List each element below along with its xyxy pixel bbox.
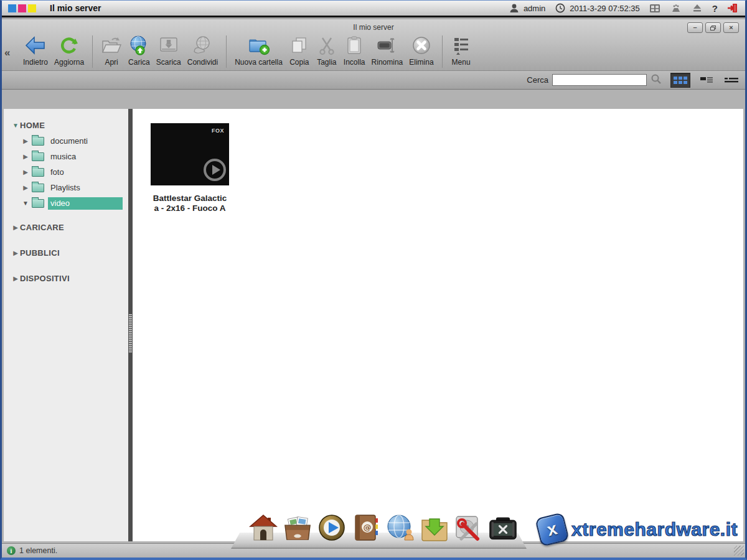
dock-home-icon[interactable] [248,511,278,541]
copy-label: Copia [289,58,309,67]
user-menu[interactable]: admin [508,2,545,14]
search-input[interactable] [552,74,647,86]
file-item-video[interactable]: FOX Battlestar Galactic a - 2x16 - Fuoco… [143,123,237,213]
restore-button[interactable] [705,22,721,33]
clock: 2011-3-29 07:52:35 [554,2,640,14]
collapse-panel-button[interactable]: « [4,47,10,59]
cut-label: Taglia [317,58,336,67]
application-dock: @ [231,508,527,549]
cut-button: Taglia [313,34,341,67]
view-details-button[interactable] [723,73,740,88]
minimize-button[interactable]: – [687,22,703,33]
toolbar: Indietro Aggiorna [4,34,743,69]
folder-label: Playlists [48,182,83,194]
dock-media-player-icon[interactable] [317,511,347,541]
upload-button[interactable]: Carica [125,34,153,67]
sidebar-item-dispositivi[interactable]: ▶ DISPOSITIVI [4,269,128,287]
expander-closed-icon[interactable]: ▶ [11,250,20,256]
expander-closed-icon[interactable]: ▶ [21,169,30,175]
menu-button[interactable]: Menu [448,34,475,67]
back-button[interactable]: Indietro [20,34,51,67]
folder-icon [32,199,44,208]
close-button[interactable]: × [723,22,739,33]
restore-icon [710,26,716,30]
top-bar: Il mio server admin 2011-3-29 07:52:35 [2,1,745,17]
panel-splitter[interactable] [128,109,133,541]
upload-label: Carica [128,58,150,67]
svg-text:@: @ [364,523,372,532]
thumbnails-icon [674,77,687,84]
splitter-handle-icon[interactable] [129,314,132,353]
window-grid-icon[interactable] [649,2,661,14]
download-button: Scarica [153,34,184,67]
video-thumbnail[interactable]: FOX [151,123,229,185]
search-label: Cerca [527,75,548,85]
home-label: HOME [20,121,45,130]
search-row: Cerca [2,71,745,90]
expander-closed-icon[interactable]: ▶ [11,275,20,282]
datetime: 2011-3-29 07:52:35 [570,4,640,13]
folder-label: foto [48,166,67,178]
watermark-x-icon: x [535,512,570,547]
view-list-button[interactable] [698,73,715,88]
sidebar-item-foto[interactable]: ▶ foto [4,164,128,180]
folder-icon [32,137,44,146]
sidebar-item-musica[interactable]: ▶ musica [4,149,128,164]
sidebar-tree: ▼ HOME ▶ documenti ▶ musica ▶ foto [4,109,128,541]
user-icon [508,2,520,14]
refresh-label: Aggiorna [54,58,84,67]
content-area: ▼ HOME ▶ documenti ▶ musica ▶ foto [4,109,743,541]
dock-photos-icon[interactable] [283,511,312,541]
selection-highlight: video [48,197,123,210]
expander-open-icon[interactable]: ▼ [11,122,20,129]
window-title: Il mio server [4,19,743,34]
section-label: PUBBLICI [20,248,60,258]
expander-closed-icon[interactable]: ▶ [21,153,30,160]
sidebar-item-home[interactable]: ▼ HOME [4,118,128,133]
folder-icon [32,168,44,177]
rename-label: Rinomina [372,58,403,67]
dock-disk-utility-icon[interactable] [454,511,484,541]
dock-address-book-icon[interactable]: @ [351,511,381,541]
delete-label: Elimina [409,58,433,67]
expander-open-icon[interactable]: ▼ [21,200,30,207]
eject-icon[interactable] [691,2,703,14]
new-folder-icon [248,34,270,57]
apps-icon[interactable] [670,2,682,14]
folder-label: documenti [48,135,90,147]
open-folder-icon [101,34,122,57]
menu-label: Menu [452,58,471,67]
clock-icon [554,2,566,14]
logo-square-yellow [28,4,36,12]
play-icon[interactable] [204,159,226,181]
search-go-icon[interactable] [651,73,662,87]
sidebar-item-pubblici[interactable]: ▶ PUBBLICI [4,243,128,262]
file-view: FOX Battlestar Galactic a - 2x16 - Fuoco… [133,109,743,541]
expander-closed-icon[interactable]: ▶ [21,184,30,191]
refresh-icon [59,34,79,57]
dock-downloads-icon[interactable] [420,511,449,541]
copy-button: Copia [286,34,313,67]
logo-square-blue [8,4,16,12]
logout-icon[interactable] [726,2,739,14]
help-icon[interactable]: ? [712,3,718,14]
resize-grip[interactable] [734,546,744,556]
sidebar-item-playlists[interactable]: ▶ Playlists [4,180,128,195]
toolbar-separator [442,35,443,68]
expander-closed-icon[interactable]: ▶ [21,138,30,144]
rename-button: Rinomina [369,34,406,67]
view-thumbnails-button[interactable] [670,73,690,88]
window-chrome: Il mio server – × « I [2,19,745,71]
new-folder-button[interactable]: Nuova cartella [232,34,286,67]
sidebar-item-caricare[interactable]: ▶ CARICARE [4,218,128,236]
expander-closed-icon[interactable]: ▶ [11,224,20,231]
paste-label: Incolla [344,58,365,67]
dock-web-users-icon[interactable] [385,511,415,541]
watermark-text: xtremehardware.it [571,519,738,540]
sidebar-item-video-selected[interactable]: ▼ video [4,195,128,211]
section-label: CARICARE [20,223,64,232]
share-button: Condividi [184,34,221,67]
refresh-button[interactable]: Aggiorna [51,34,87,67]
dock-toolbox-icon[interactable] [488,511,518,541]
sidebar-item-documenti[interactable]: ▶ documenti [4,133,128,149]
